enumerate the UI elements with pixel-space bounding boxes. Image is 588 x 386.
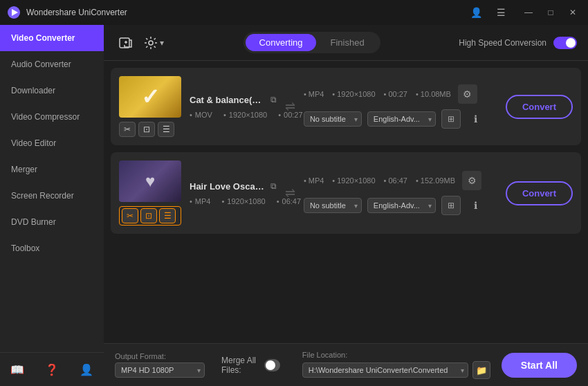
menu-icon-btn[interactable]: ☰ bbox=[491, 3, 511, 22]
add-files-button[interactable] bbox=[115, 32, 137, 54]
language-select-2[interactable]: English-Adv... bbox=[367, 198, 436, 213]
main-layout: Video Converter Audio Converter Download… bbox=[0, 25, 588, 386]
subtitle-select-2[interactable]: No subtitle bbox=[304, 198, 362, 213]
file-location-label: File Location: bbox=[302, 351, 490, 359]
merge-label: Merge All Files: bbox=[221, 356, 259, 375]
link-icon-1[interactable]: ⧉ bbox=[270, 95, 277, 104]
table-row: ✓ ✂ ⊡ ☰ Cat & balance(1).mp4 ⧉ bbox=[111, 68, 581, 145]
subtitle-select-1[interactable]: No subtitle bbox=[304, 111, 362, 127]
bottom-bar: Output Format: MP4 HD 1080P Merge All Fi… bbox=[104, 343, 588, 386]
sidebar-item-audio-converter[interactable]: Audio Converter bbox=[0, 51, 104, 77]
file-meta-2: • MP4 • 1920×1080 • 06:47 • 48.80MB bbox=[190, 197, 277, 205]
sidebar-item-merger[interactable]: Merger bbox=[0, 156, 104, 183]
cut-icon-2[interactable]: ✂ bbox=[122, 208, 138, 223]
file-location-row: H:\Wondershare UniConverter\Converted 📁 bbox=[302, 361, 490, 379]
merge-toggle[interactable] bbox=[264, 359, 280, 371]
user-icon[interactable]: 👤 bbox=[77, 360, 96, 379]
title-bar: Wondershare UniConverter 👤 ☰ — □ ✕ bbox=[0, 0, 588, 25]
speed-toggle[interactable] bbox=[553, 37, 577, 49]
output-format-label: Output Format: bbox=[115, 352, 205, 360]
language-select-1[interactable]: English-Adv... bbox=[367, 111, 436, 127]
file-location-field: File Location: H:\Wondershare UniConvert… bbox=[302, 351, 490, 379]
sidebar-item-toolbox[interactable]: Toolbox bbox=[0, 235, 104, 261]
book-icon[interactable]: 📖 bbox=[8, 360, 27, 379]
help-icon[interactable]: ❓ bbox=[42, 360, 62, 379]
info-icon-1[interactable]: ℹ bbox=[466, 109, 486, 129]
file-list: ✓ ✂ ⊡ ☰ Cat & balance(1).mp4 ⧉ bbox=[104, 61, 588, 343]
screen-icon-2[interactable]: ⊞ bbox=[441, 196, 461, 215]
file-info-1: Cat & balance(1).mp4 ⧉ • MOV • 1920×1080… bbox=[190, 95, 277, 119]
thumbnail-wrap-2: ♥ ✂ ⊡ ☰ bbox=[119, 160, 181, 226]
table-row: ♥ ✂ ⊡ ☰ Hair Love Oscar®-Winning Short F… bbox=[111, 152, 581, 234]
file-name-row-1: Cat & balance(1).mp4 ⧉ bbox=[190, 95, 277, 105]
arrow-icon-2: ⇌ bbox=[285, 185, 295, 201]
file-location-select[interactable]: H:\Wondershare UniConverter\Converted bbox=[302, 362, 468, 378]
output-row2-1: No subtitle English-Adv... ⊞ ℹ bbox=[304, 109, 497, 129]
title-bar-left: Wondershare UniConverter bbox=[7, 6, 127, 19]
profile-icon-btn[interactable]: 👤 bbox=[466, 3, 486, 22]
close-button[interactable]: ✕ bbox=[563, 3, 582, 22]
sidebar: Video Converter Audio Converter Download… bbox=[0, 25, 104, 386]
convert-button-2[interactable]: Convert bbox=[506, 181, 573, 205]
output-meta-2: • MP4 • 1920×1080 • 06:47 • 152.09MB bbox=[304, 176, 455, 185]
content-area: ▾ Converting Finished High Speed Convers… bbox=[104, 25, 588, 386]
output-meta-1: • MP4 • 1920×1080 • 00:27 • 10.08MB bbox=[304, 90, 451, 98]
file-name-1: Cat & balance(1).mp4 bbox=[190, 95, 265, 105]
output-settings-1: • MP4 • 1920×1080 • 00:27 • 10.08MB ⚙ No… bbox=[304, 84, 497, 129]
list-icon-2[interactable]: ☰ bbox=[159, 208, 176, 223]
app-logo bbox=[7, 6, 21, 19]
output-format-select[interactable]: MP4 HD 1080P bbox=[115, 362, 205, 378]
list-icon[interactable]: ☰ bbox=[158, 122, 174, 137]
thumbnail-1: ✓ bbox=[119, 76, 181, 118]
output-format-select-wrap: MP4 HD 1080P bbox=[115, 362, 205, 378]
file-name-row-2: Hair Love Oscar®-Winning Short Film (Ful… bbox=[190, 181, 277, 192]
svg-point-3 bbox=[149, 41, 153, 45]
merge-files-row: Merge All Files: bbox=[221, 356, 280, 375]
folder-browse-button[interactable]: 📁 bbox=[472, 361, 490, 379]
file-meta-1: • MOV • 1920×1080 • 00:27 • 9.56MB bbox=[190, 111, 277, 119]
thumbnail-wrap-1: ✓ ✂ ⊡ ☰ bbox=[119, 76, 181, 137]
app-title: Wondershare UniConverter bbox=[26, 8, 127, 17]
tab-finished[interactable]: Finished bbox=[316, 34, 378, 51]
thumb-actions-2: ✂ ⊡ ☰ bbox=[119, 206, 181, 226]
settings-button[interactable]: ▾ bbox=[143, 32, 165, 54]
output-format-field: Output Format: MP4 HD 1080P bbox=[115, 352, 205, 378]
sidebar-item-downloader[interactable]: Downloader bbox=[0, 77, 104, 104]
title-bar-icons: 👤 ☰ bbox=[466, 3, 511, 22]
sidebar-bottom: 📖 ❓ 👤 bbox=[0, 352, 104, 386]
sidebar-item-screen-recorder[interactable]: Screen Recorder bbox=[0, 183, 104, 209]
sidebar-item-video-editor[interactable]: Video Editor bbox=[0, 130, 104, 156]
file-name-2: Hair Love Oscar®-Winning Short Film (Ful… bbox=[190, 181, 265, 192]
arrow-icon-1: ⇌ bbox=[285, 99, 295, 114]
output-settings-2: • MP4 • 1920×1080 • 06:47 • 152.09MB ⚙ N… bbox=[304, 171, 497, 215]
thumbnail-2: ♥ bbox=[119, 160, 181, 202]
tab-converting[interactable]: Converting bbox=[246, 34, 317, 51]
top-bar: ▾ Converting Finished High Speed Convers… bbox=[104, 25, 588, 61]
top-bar-right: High Speed Conversion bbox=[459, 37, 577, 49]
sidebar-item-video-converter[interactable]: Video Converter bbox=[0, 25, 104, 51]
maximize-button[interactable]: □ bbox=[541, 3, 560, 22]
gear-button-1[interactable]: ⚙ bbox=[458, 84, 477, 104]
minimize-button[interactable]: — bbox=[519, 3, 538, 22]
start-all-button[interactable]: Start All bbox=[502, 353, 577, 378]
link-icon-2[interactable]: ⧉ bbox=[270, 181, 277, 191]
file-info-2: Hair Love Oscar®-Winning Short Film (Ful… bbox=[190, 181, 277, 205]
crop-icon-2[interactable]: ⊡ bbox=[140, 208, 157, 223]
thumb-actions-1: ✂ ⊡ ☰ bbox=[119, 122, 181, 137]
output-row2-2: No subtitle English-Adv... ⊞ ℹ bbox=[304, 196, 497, 215]
top-bar-left: ▾ bbox=[115, 32, 165, 54]
tab-group: Converting Finished bbox=[244, 32, 380, 53]
convert-button-1[interactable]: Convert bbox=[506, 95, 573, 119]
crop-icon[interactable]: ⊡ bbox=[138, 122, 155, 137]
gear-button-2[interactable]: ⚙ bbox=[462, 171, 481, 190]
sidebar-item-dvd-burner[interactable]: DVD Burner bbox=[0, 209, 104, 235]
info-icon-2[interactable]: ℹ bbox=[466, 196, 486, 215]
screen-icon-1[interactable]: ⊞ bbox=[441, 109, 461, 129]
sidebar-item-video-compressor[interactable]: Video Compressor bbox=[0, 104, 104, 130]
speed-label: High Speed Conversion bbox=[459, 38, 546, 48]
cut-icon[interactable]: ✂ bbox=[119, 122, 136, 137]
